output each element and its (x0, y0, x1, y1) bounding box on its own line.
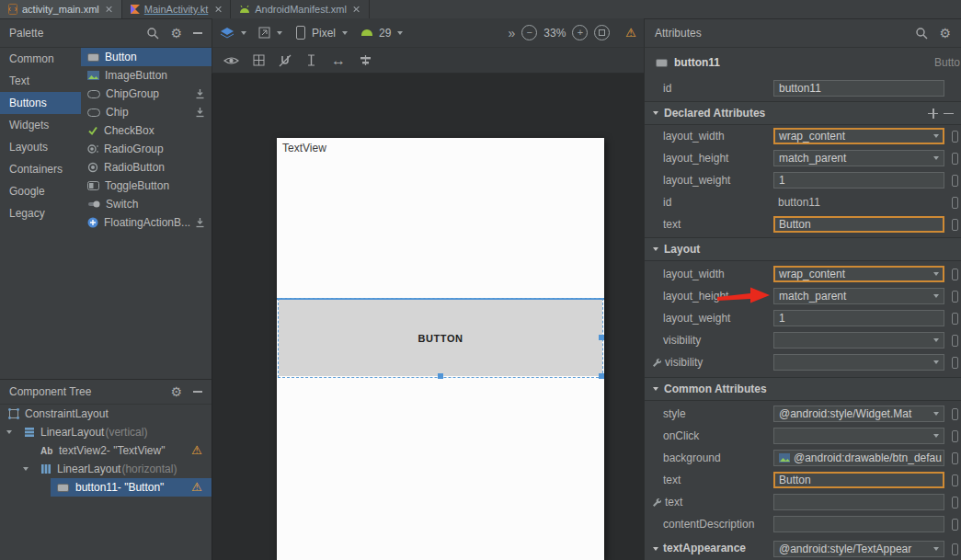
combo-arrow-icon[interactable] (933, 434, 939, 438)
toolbar-overflow-icon[interactable]: » (509, 27, 516, 40)
orientation-icon[interactable] (258, 27, 270, 39)
combo-arrow-icon[interactable] (933, 272, 939, 276)
section-layout[interactable]: Layout (645, 237, 961, 261)
gear-icon[interactable]: ⚙ (170, 385, 182, 398)
layout-width-combo[interactable]: wrap_content (773, 266, 944, 282)
layout-width-combo[interactable]: wrap_content (773, 128, 944, 144)
favorite-flag-icon[interactable] (952, 543, 958, 555)
close-icon[interactable] (353, 6, 360, 13)
align-distribute-icon[interactable] (360, 54, 372, 66)
design-surface-icon[interactable] (220, 27, 235, 40)
favorite-flag-icon[interactable] (952, 291, 958, 303)
remove-attribute-icon[interactable] (944, 109, 954, 119)
resize-handle-bottom-right[interactable] (599, 373, 604, 379)
chevron-down-icon[interactable] (397, 31, 403, 35)
layout-height-combo[interactable]: match_parent (773, 150, 944, 166)
favorite-flag-icon[interactable] (952, 474, 958, 486)
field-value[interactable]: button11 (778, 191, 820, 213)
favorite-flag-icon[interactable] (952, 131, 958, 143)
id-input[interactable]: button11 (773, 80, 944, 97)
favorite-flag-icon[interactable] (952, 430, 958, 442)
favorite-flag-icon[interactable] (952, 269, 958, 280)
section-common-attributes[interactable]: Common Attributes (645, 377, 961, 401)
layout-height-combo[interactable]: match_parent (773, 288, 944, 304)
layout-weight-input[interactable]: 1 (773, 310, 944, 326)
combo-arrow-icon[interactable] (933, 294, 939, 298)
combo-arrow-icon[interactable] (933, 134, 939, 138)
constraint-arrows-icon[interactable]: ↔ (331, 53, 346, 68)
blueprint-grid-icon[interactable] (253, 54, 265, 66)
palette-item-togglebutton[interactable]: ToggleButton (81, 177, 212, 195)
tab-mainactivity-kt[interactable]: MainActivity.kt (122, 0, 231, 18)
palette-category-legacy[interactable]: Legacy (0, 202, 81, 224)
search-icon[interactable] (146, 27, 159, 40)
autoconnect-magnet-icon[interactable] (279, 54, 292, 67)
palette-category-common[interactable]: Common (0, 48, 81, 70)
close-icon[interactable] (106, 6, 113, 13)
chevron-down-icon[interactable] (342, 31, 348, 35)
device-selector[interactable]: Pixel (312, 27, 336, 40)
favorite-flag-icon[interactable] (952, 313, 958, 325)
warning-icon[interactable]: ⚠ (625, 27, 636, 39)
palette-category-widgets[interactable]: Widgets (0, 114, 81, 136)
favorite-flag-icon[interactable] (952, 175, 958, 187)
device-artboard[interactable]: TextView BUTTON (277, 138, 604, 560)
palette-category-text[interactable]: Text (0, 70, 81, 92)
favorite-flag-icon[interactable] (952, 197, 958, 209)
style-combo[interactable]: @android:style/Widget.Mat (773, 406, 944, 422)
design-canvas[interactable]: TextView BUTTON (212, 74, 644, 560)
palette-item-chip[interactable]: Chip (81, 103, 212, 121)
palette-item-imagebutton[interactable]: ImageButton (81, 66, 212, 85)
zoom-to-fit-button[interactable] (594, 25, 610, 40)
layout-weight-input[interactable]: 1 (773, 172, 944, 189)
combo-arrow-icon[interactable] (933, 338, 939, 342)
tree-row-linearlayout-horizontal[interactable]: LinearLayout (horizontal) (0, 460, 212, 478)
contentdescription-input[interactable] (773, 516, 944, 532)
expand-arrow-icon[interactable] (23, 467, 29, 471)
background-resource-field[interactable]: @android:drawable/btn_defau (773, 450, 944, 466)
combo-arrow-icon[interactable] (933, 156, 939, 160)
combo-arrow-icon[interactable] (933, 412, 939, 416)
add-attribute-icon[interactable] (928, 109, 938, 119)
zoom-in-button[interactable]: + (572, 25, 588, 40)
combo-arrow-icon[interactable] (933, 360, 939, 364)
text-input[interactable]: Button (773, 216, 944, 233)
expand-arrow-icon[interactable] (6, 430, 12, 434)
palette-item-button[interactable]: Button (81, 48, 212, 66)
section-declared-attributes[interactable]: Declared Attributes (645, 101, 961, 125)
favorite-flag-icon[interactable] (952, 335, 958, 347)
minimize-icon[interactable] (193, 391, 202, 393)
palette-category-google[interactable]: Google (0, 180, 81, 202)
text-input[interactable]: Button (773, 472, 944, 488)
tree-row-button11[interactable]: button11- "Button" ⚠ (0, 478, 212, 497)
resize-handle-right[interactable] (599, 335, 604, 340)
tab-androidmanifest-xml[interactable]: AndroidManifest.xml (231, 0, 370, 18)
chevron-down-icon[interactable] (241, 31, 246, 35)
tree-row-linearlayout-vertical[interactable]: LinearLayout (vertical) (0, 423, 212, 441)
close-icon[interactable] (214, 6, 222, 13)
tree-row-textview2[interactable]: Ab textView2- "TextView" ⚠ (0, 441, 212, 460)
tree-row-constraintlayout[interactable]: ConstraintLayout (0, 405, 212, 423)
zoom-out-button[interactable]: − (521, 25, 537, 40)
favorite-flag-icon[interactable] (952, 408, 958, 420)
minimize-icon[interactable] (193, 32, 202, 34)
tools-text-input[interactable] (773, 494, 944, 510)
favorite-flag-icon[interactable] (952, 153, 958, 165)
onclick-combo[interactable] (773, 428, 944, 444)
canvas-textview[interactable]: TextView (282, 142, 326, 154)
favorite-flag-icon[interactable] (952, 452, 958, 464)
palette-category-layouts[interactable]: Layouts (0, 136, 81, 158)
combo-arrow-icon[interactable] (933, 547, 939, 551)
palette-item-floatingactionbutton[interactable]: FloatingActionB... (81, 213, 212, 232)
favorite-flag-icon[interactable] (952, 519, 958, 531)
palette-item-chipgroup[interactable]: ChipGroup (81, 85, 212, 103)
palette-item-checkbox[interactable]: CheckBox (81, 121, 212, 140)
palette-item-radiogroup[interactable]: RadioGroup (81, 140, 212, 158)
favorite-flag-icon[interactable] (952, 357, 958, 369)
resize-handle-bottom[interactable] (438, 373, 443, 379)
tools-visibility-combo[interactable] (773, 354, 944, 371)
visibility-combo[interactable] (773, 332, 944, 349)
favorite-flag-icon[interactable] (952, 497, 958, 509)
search-icon[interactable] (915, 27, 928, 40)
favorite-flag-icon[interactable] (952, 219, 958, 231)
